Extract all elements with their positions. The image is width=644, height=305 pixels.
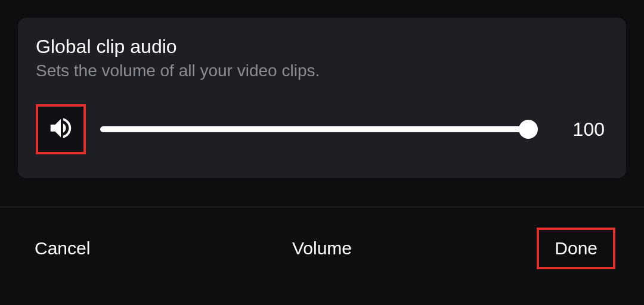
- volume-slider-knob[interactable]: [519, 120, 538, 139]
- volume-value: 100: [555, 119, 608, 141]
- speaker-icon: [47, 114, 75, 144]
- done-button[interactable]: Done: [537, 228, 615, 269]
- panel-title: Global clip audio: [36, 36, 608, 58]
- mute-toggle-button[interactable]: [36, 104, 86, 154]
- cancel-button[interactable]: Cancel: [35, 238, 90, 259]
- volume-slider[interactable]: [100, 126, 528, 132]
- volume-slider-row: 100: [36, 104, 608, 154]
- panel-subtitle: Sets the volume of all your video clips.: [36, 61, 608, 80]
- footer-bar: Cancel Volume Done: [0, 207, 644, 269]
- footer-title: Volume: [292, 238, 352, 259]
- global-audio-panel: Global clip audio Sets the volume of all…: [18, 18, 626, 178]
